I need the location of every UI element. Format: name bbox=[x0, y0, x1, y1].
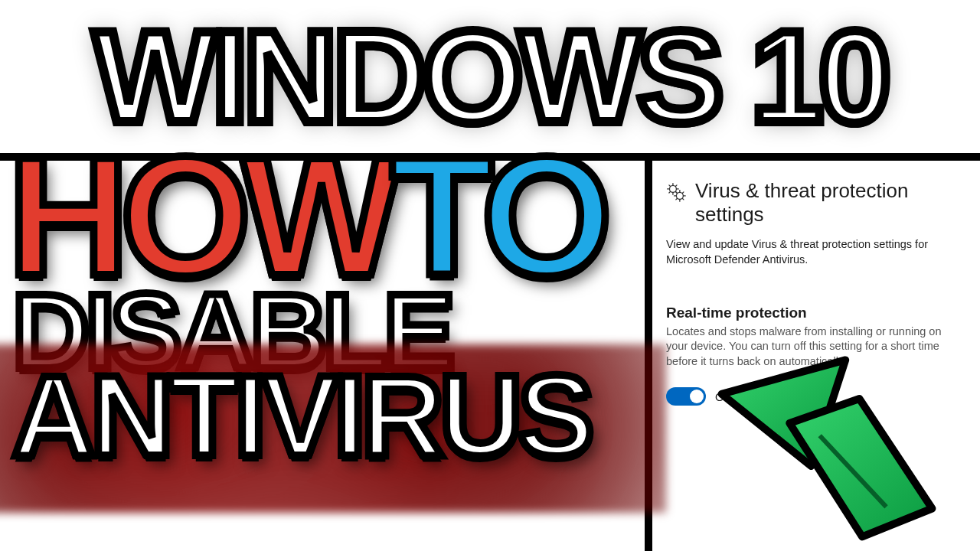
svg-line-7 bbox=[669, 191, 671, 193]
settings-title: Virus & threat protection settings bbox=[695, 179, 969, 227]
gear-icon bbox=[666, 182, 686, 202]
realtime-protection-toggle[interactable] bbox=[666, 387, 706, 406]
settings-description: View and update Virus & threat protectio… bbox=[666, 237, 957, 267]
settings-header: Virus & threat protection settings bbox=[666, 168, 969, 227]
svg-line-15 bbox=[682, 198, 684, 200]
svg-line-14 bbox=[676, 192, 678, 194]
thumbnail-word-to: TO bbox=[390, 145, 603, 289]
thumbnail-word-antivirus-wrap: ANTIVIRUS bbox=[8, 367, 643, 465]
svg-line-20 bbox=[818, 435, 889, 507]
settings-panel: Virus & threat protection settings View … bbox=[666, 168, 969, 406]
thumbnail-row-howto: HOW TO bbox=[8, 145, 643, 289]
svg-line-5 bbox=[669, 185, 671, 187]
svg-line-8 bbox=[675, 185, 677, 187]
thumbnail-left-stack: HOW TO DISABLE ANTIVIRUS bbox=[8, 145, 643, 465]
thumbnail-word-how: HOW bbox=[8, 145, 392, 289]
svg-marker-19 bbox=[786, 396, 936, 540]
realtime-protection-state-label: On bbox=[715, 390, 730, 403]
realtime-protection-description: Locates and stops malware from installin… bbox=[666, 324, 957, 370]
realtime-protection-toggle-row: On bbox=[666, 387, 969, 406]
svg-line-16 bbox=[676, 198, 678, 200]
thumbnail-word-antivirus: ANTIVIRUS bbox=[8, 367, 643, 465]
svg-line-17 bbox=[682, 192, 684, 194]
realtime-protection-title: Real-time protection bbox=[666, 305, 969, 321]
